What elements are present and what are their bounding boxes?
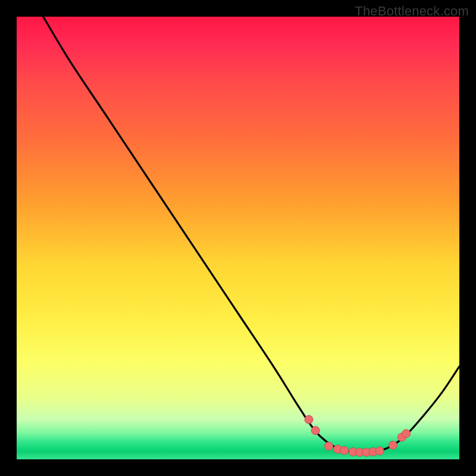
- data-marker: [305, 415, 313, 424]
- data-marker: [311, 427, 320, 435]
- data-marker: [325, 442, 333, 450]
- data-marker: [389, 441, 397, 449]
- chart-frame: TheBottleneck.com: [0, 0, 476, 476]
- watermark-text: TheBottleneck.com: [355, 4, 469, 19]
- data-marker: [402, 430, 411, 438]
- plot-area: [17, 17, 459, 459]
- data-marker: [340, 446, 349, 455]
- bottleneck-curve: [43, 17, 459, 452]
- chart-svg: [17, 17, 459, 459]
- data-marker: [375, 447, 384, 455]
